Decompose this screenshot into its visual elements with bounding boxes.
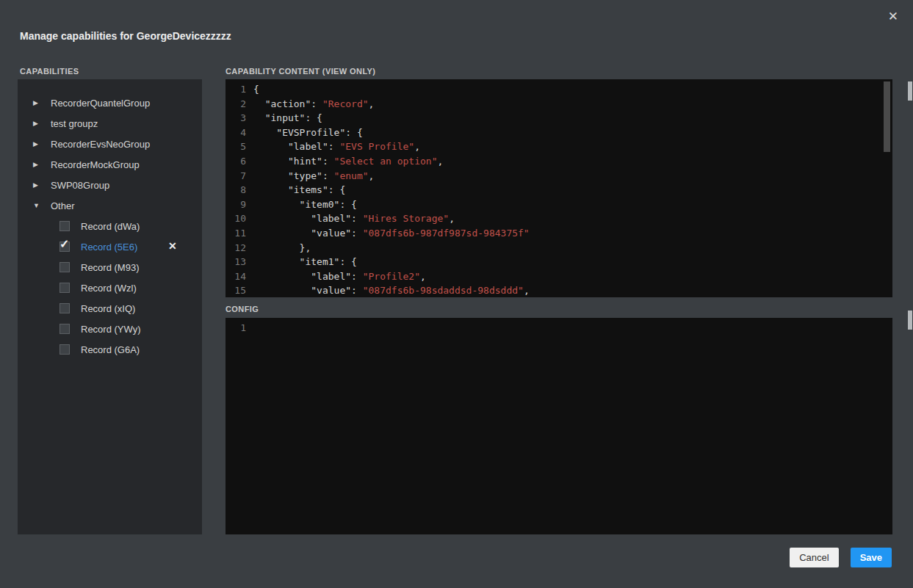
capability-item-label: Record (M93) — [81, 262, 139, 273]
line-number: 14 — [225, 269, 246, 284]
code-line: 10 "label": "Hires Storage", — [225, 211, 892, 226]
capability-item-label: Record (Wzl) — [81, 283, 137, 294]
capability-item[interactable]: Record (M93) — [18, 257, 202, 277]
capability-group-recorderquantelgroup[interactable]: ▶RecorderQuantelGroup — [18, 92, 202, 113]
code-line: 2 "action": "Record", — [225, 97, 892, 112]
code-text: "item1": { — [253, 255, 357, 269]
capability-item-label: Record (dWa) — [81, 221, 140, 232]
code-text: "value": "087dfs6b-987df987sd-984375f" — [253, 226, 530, 241]
line-number: 5 — [225, 139, 246, 154]
line-number: 3 — [225, 111, 246, 126]
code-text: }, — [253, 241, 311, 255]
code-line: 8 "items": { — [225, 183, 892, 197]
capability-group-label: RecorderEvsNeoGroup — [51, 139, 150, 150]
capability-item[interactable]: Record (G6A) — [18, 339, 202, 360]
manage-capabilities-dialog: { "modal": { "title": "Manage capabiliti… — [0, 0, 913, 588]
line-number: 10 — [225, 211, 246, 226]
capability-item[interactable]: Record (Wzl) — [18, 277, 202, 298]
chevron-down-icon[interactable]: ▼ — [33, 202, 42, 209]
code-text: "EVSProfile": { — [253, 126, 363, 140]
capability-item[interactable]: ✓Record (5E6)✕ — [18, 236, 202, 257]
capability-checkbox-checked[interactable]: ✓ — [59, 242, 70, 252]
code-line: 9 "item0": { — [225, 197, 892, 212]
chevron-right-icon[interactable]: ▶ — [33, 161, 42, 168]
code-line: 1{ — [225, 82, 892, 97]
capability-content-editor-lines: 1{2 "action": "Record",3 "input": {4 "EV… — [225, 82, 892, 297]
line-number: 1 — [225, 82, 246, 97]
dialog-footer: Cancel Save — [790, 548, 892, 567]
capability-group-recorderevsneogroup[interactable]: ▶RecorderEvsNeoGroup — [18, 134, 202, 154]
code-text: "label": "Hires Storage", — [253, 211, 455, 226]
capability-item[interactable]: Record (xIQ) — [18, 298, 202, 319]
code-line: 1 — [225, 321, 892, 335]
line-number: 13 — [225, 255, 246, 269]
window-scrollbar-thumb[interactable] — [908, 81, 912, 101]
capability-content-editor[interactable]: 1{2 "action": "Record",3 "input": {4 "EV… — [225, 79, 892, 297]
window-scrollbar-thumb[interactable] — [908, 311, 912, 330]
capability-group-list: ▶RecorderQuantelGroup▶test groupz▶Record… — [18, 79, 202, 534]
code-text: "item0": { — [253, 197, 357, 212]
chevron-right-icon[interactable]: ▶ — [33, 99, 42, 106]
capability-checkbox[interactable] — [59, 303, 70, 313]
capability-checkbox[interactable] — [59, 262, 70, 272]
capability-item[interactable]: Record (YWy) — [18, 319, 202, 339]
code-text: "input": { — [253, 111, 322, 126]
line-number: 2 — [225, 97, 246, 112]
capability-group-other[interactable]: ▼Other — [18, 195, 202, 216]
capability-group-test-groupz[interactable]: ▶test groupz — [18, 113, 202, 134]
line-number: 15 — [225, 283, 246, 297]
capability-content-heading: CAPABILITY CONTENT (VIEW ONLY) — [225, 67, 375, 76]
code-line: 7 "type": "enum", — [225, 169, 892, 184]
check-icon: ✓ — [59, 237, 69, 251]
code-line: 12 }, — [225, 241, 892, 255]
capability-item-label: Record (YWy) — [81, 324, 141, 335]
code-line: 3 "input": { — [225, 111, 892, 126]
code-line: 4 "EVSProfile": { — [225, 126, 892, 140]
cancel-button[interactable]: Cancel — [790, 548, 838, 567]
capability-group-swp08group[interactable]: ▶SWP08Group — [18, 175, 202, 195]
config-editor-lines: 1 — [225, 321, 892, 335]
remove-icon[interactable]: ✕ — [168, 241, 177, 251]
capability-group-label: test groupz — [51, 118, 98, 129]
code-text: "value": "087dfs6b-98sdaddsd-98dsddd", — [253, 283, 530, 297]
line-number: 11 — [225, 226, 246, 241]
capability-checkbox[interactable] — [59, 324, 70, 334]
chevron-right-icon[interactable]: ▶ — [33, 140, 42, 148]
dialog-title: Manage capabilities for GeorgeDevicezzzz… — [20, 30, 231, 42]
config-heading: CONFIG — [225, 305, 259, 313]
capability-group-recordermockgroup[interactable]: ▶RecorderMockGroup — [18, 154, 202, 175]
code-line: 11 "value": "087dfs6b-987df987sd-984375f… — [225, 226, 892, 241]
code-text: "hint": "Select an option", — [253, 154, 443, 169]
code-text: "label": "Profile2", — [253, 269, 426, 284]
code-text: "type": "enum", — [253, 169, 374, 184]
code-text: { — [253, 82, 259, 97]
code-text: "label": "EVS Profile", — [253, 139, 420, 154]
line-number: 12 — [225, 241, 246, 255]
save-button[interactable]: Save — [851, 548, 892, 567]
editor-vertical-scrollbar[interactable] — [884, 81, 890, 152]
line-number: 9 — [225, 197, 246, 212]
line-number: 1 — [225, 321, 246, 335]
capability-checkbox[interactable] — [59, 283, 70, 293]
capability-checkbox[interactable] — [59, 344, 70, 355]
capability-group-label: RecorderMockGroup — [51, 159, 140, 170]
code-line: 14 "label": "Profile2", — [225, 269, 892, 284]
chevron-right-icon[interactable]: ▶ — [33, 181, 42, 189]
code-line: 15 "value": "087dfs6b-98sdaddsd-98dsddd"… — [225, 283, 892, 297]
capability-group-label: Other — [51, 200, 75, 211]
code-text: "items": { — [253, 183, 345, 197]
line-number: 6 — [225, 154, 246, 169]
line-number: 4 — [225, 126, 246, 140]
close-icon[interactable]: ✕ — [888, 10, 898, 23]
code-text: "action": "Record", — [253, 97, 374, 112]
capability-group-label: SWP08Group — [51, 180, 109, 191]
capabilities-heading: CAPABILITIES — [20, 67, 79, 76]
code-line: 13 "item1": { — [225, 255, 892, 269]
capability-item-label: Record (5E6) — [81, 242, 137, 253]
config-editor[interactable]: 1 — [225, 318, 892, 534]
chevron-right-icon[interactable]: ▶ — [33, 120, 42, 127]
capability-item[interactable]: Record (dWa) — [18, 216, 202, 236]
capability-checkbox[interactable] — [59, 221, 70, 231]
line-number: 7 — [225, 169, 246, 184]
code-line: 6 "hint": "Select an option", — [225, 154, 892, 169]
